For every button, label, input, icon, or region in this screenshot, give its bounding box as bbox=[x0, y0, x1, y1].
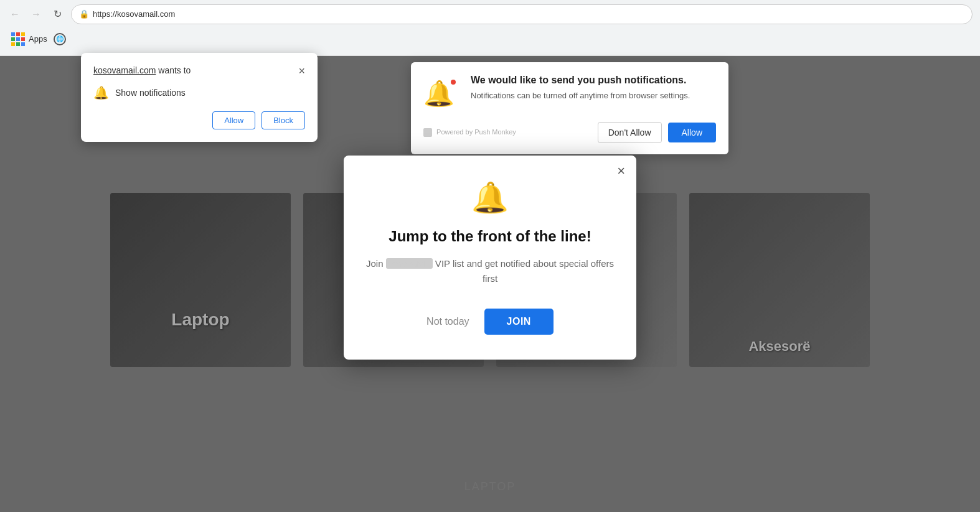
vip-desc-suffix: VIP list and get notified about special … bbox=[433, 258, 614, 284]
lock-icon: 🔒 bbox=[79, 9, 89, 19]
notif-perm-buttons: Allow Block bbox=[93, 111, 305, 129]
browser-toolbar: ← → ↻ 🔒 https://kosovamail.com bbox=[0, 0, 980, 28]
push-notif-buttons: Don't Allow Allow bbox=[598, 122, 716, 143]
allow-button[interactable]: Allow bbox=[212, 111, 255, 129]
vip-site-name: KosovaM... bbox=[386, 258, 433, 269]
notif-site-name: kosovamail.com bbox=[93, 65, 156, 75]
push-powered-text: Powered by Push Monkey bbox=[436, 128, 516, 136]
notif-perm-title: kosovamail.com wants to bbox=[93, 65, 191, 75]
apps-button[interactable]: Apps bbox=[7, 30, 51, 49]
not-today-button[interactable]: Not today bbox=[426, 316, 469, 327]
notif-bell-icon: 🔔 bbox=[93, 85, 109, 100]
dont-allow-button[interactable]: Don't Allow bbox=[598, 122, 662, 143]
globe-icon[interactable]: 🌐 bbox=[54, 33, 66, 45]
push-bell-dot bbox=[450, 78, 457, 86]
push-notif-footer: Powered by Push Monkey Don't Allow Allow bbox=[423, 122, 716, 143]
push-notif-top: 🔔 We would like to send you push notific… bbox=[423, 75, 716, 112]
allow-push-button[interactable]: Allow bbox=[668, 123, 716, 142]
address-bar[interactable]: 🔒 https://kosovamail.com bbox=[71, 4, 973, 24]
vip-subscription-modal: × 🔔 Jump to the front of the line! Join … bbox=[344, 156, 636, 360]
bookmarks-bar: Apps 🌐 bbox=[0, 28, 980, 50]
push-powered-by: Powered by Push Monkey bbox=[423, 128, 516, 137]
forward-button[interactable]: → bbox=[29, 7, 44, 22]
vip-modal-close-button[interactable]: × bbox=[617, 164, 625, 178]
browser-chrome: ← → ↻ 🔒 https://kosovamail.com Apps 🌐 bbox=[0, 0, 980, 56]
reload-button[interactable]: ↻ bbox=[50, 7, 65, 22]
push-notif-title: We would like to send you push notificat… bbox=[471, 75, 690, 86]
notif-perm-header: kosovamail.com wants to × bbox=[93, 65, 305, 77]
vip-bell-icon: 🔔 bbox=[362, 180, 618, 215]
push-notif-text: We would like to send you push notificat… bbox=[471, 75, 690, 102]
notif-perm-close-button[interactable]: × bbox=[298, 65, 305, 77]
push-bell-wrap: 🔔 bbox=[423, 75, 461, 112]
apps-label: Apps bbox=[29, 34, 47, 44]
notification-permission-popup: kosovamail.com wants to × 🔔 Show notific… bbox=[81, 53, 318, 142]
notif-perm-row: 🔔 Show notifications bbox=[93, 85, 305, 100]
vip-modal-description: Join KosovaM... VIP list and get notifie… bbox=[362, 256, 618, 286]
notif-wants-to: wants to bbox=[156, 65, 191, 75]
vip-modal-title: Jump to the front of the line! bbox=[362, 228, 618, 245]
join-button[interactable]: JOIN bbox=[484, 309, 554, 335]
back-button[interactable]: ← bbox=[7, 7, 22, 22]
push-notif-description: Notifications can be turned off anytime … bbox=[471, 90, 690, 102]
block-button[interactable]: Block bbox=[261, 111, 305, 129]
push-monkey-logo bbox=[423, 128, 432, 137]
url-text: https://kosovamail.com bbox=[93, 9, 175, 19]
vip-modal-buttons: Not today JOIN bbox=[362, 309, 618, 335]
push-notification-popup: 🔔 We would like to send you push notific… bbox=[411, 62, 728, 154]
show-notifications-text: Show notifications bbox=[115, 88, 186, 98]
vip-desc-prefix: Join bbox=[366, 258, 386, 269]
apps-grid-icon bbox=[11, 32, 25, 46]
